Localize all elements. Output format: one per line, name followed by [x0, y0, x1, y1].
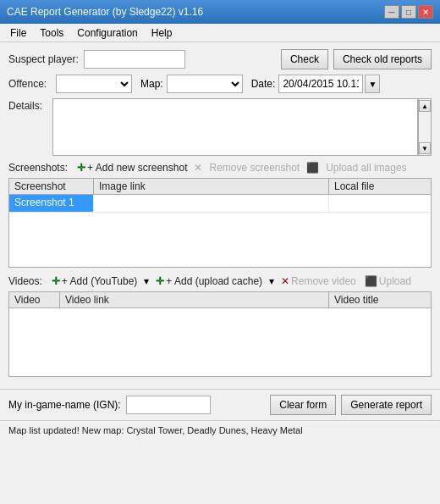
- table-row[interactable]: Screenshot 1: [9, 195, 431, 213]
- col-screenshot: Screenshot: [9, 179, 94, 194]
- details-row: Details: ▲ ▼: [8, 98, 432, 156]
- scrollbar-down[interactable]: ▼: [419, 142, 431, 154]
- details-textarea[interactable]: [52, 98, 418, 156]
- screenshots-label: Screenshots:: [8, 162, 68, 174]
- menu-file[interactable]: File: [3, 25, 33, 41]
- window-title: CAE Report Generator (by Sledge22) v1.16: [7, 6, 203, 18]
- clear-form-button[interactable]: Clear form: [270, 395, 336, 415]
- col-video: Video: [9, 292, 60, 307]
- upload-video-button[interactable]: ⬛ Upload: [362, 274, 414, 288]
- screenshots-table: Screenshot Image link Local file Screens…: [8, 178, 432, 268]
- upload-all-images-button[interactable]: Upload all images: [323, 161, 409, 174]
- suspect-row: Suspect player: Check Check old reports: [8, 49, 432, 69]
- offence-label: Offence:: [8, 78, 52, 90]
- col-image-link: Image link: [94, 179, 329, 194]
- sep1: ✕: [194, 162, 202, 174]
- plus-icon-yt: ✛: [52, 275, 60, 287]
- menu-help[interactable]: Help: [145, 25, 179, 41]
- main-content: Suspect player: Check Check old reports …: [0, 42, 440, 389]
- details-scrollbar: ▲ ▼: [418, 98, 432, 156]
- videos-table-header: Video Video link Video title: [9, 292, 431, 308]
- ign-input[interactable]: [126, 396, 211, 414]
- plus-icon-cache: ✛: [156, 275, 164, 287]
- date-input[interactable]: [278, 75, 363, 93]
- title-bar: CAE Report Generator (by Sledge22) v1.16…: [0, 0, 440, 24]
- details-label: Details:: [8, 98, 52, 112]
- title-bar-buttons: ─ □ ✕: [384, 5, 433, 19]
- upload-icon: ⬛: [365, 275, 377, 287]
- x-icon: ✕: [281, 275, 289, 287]
- screenshots-table-header: Screenshot Image link Local file: [9, 179, 431, 195]
- screenshot-local-file-cell: [329, 195, 431, 212]
- plus-icon: ✛: [77, 162, 85, 174]
- screenshots-table-body: Screenshot 1: [9, 195, 431, 267]
- close-button[interactable]: ✕: [418, 5, 433, 19]
- generate-report-button[interactable]: Generate report: [341, 395, 432, 415]
- scrollbar-up[interactable]: ▲: [419, 100, 431, 112]
- remove-screenshot-button[interactable]: Remove screenshot: [206, 161, 302, 174]
- menu-configuration[interactable]: Configuration: [70, 25, 144, 41]
- offence-row: Offence: Map: Date: ▼: [8, 75, 432, 93]
- offence-dropdown[interactable]: [56, 75, 132, 93]
- date-picker-button[interactable]: ▼: [365, 75, 380, 93]
- status-bar: Map list updated! New map: Crystal Tower…: [0, 420, 440, 439]
- col-local-file: Local file: [329, 179, 431, 194]
- videos-table: Video Video link Video title: [8, 291, 432, 377]
- date-label: Date:: [251, 78, 276, 90]
- maximize-button[interactable]: □: [401, 5, 416, 19]
- check-old-reports-button[interactable]: Check old reports: [333, 49, 432, 69]
- add-screenshot-button[interactable]: ✛ + Add new screenshot: [74, 161, 190, 174]
- videos-table-body: [9, 308, 431, 376]
- add-cache-button[interactable]: ✛ + Add (upload cache): [153, 274, 265, 288]
- menu-tools[interactable]: Tools: [33, 25, 70, 41]
- map-label: Map:: [140, 78, 163, 90]
- add-youtube-button[interactable]: ✛ + Add (YouTube): [49, 274, 140, 288]
- date-group: ▼: [278, 75, 380, 93]
- remove-video-button[interactable]: ✕ Remove video: [278, 274, 359, 288]
- suspect-label: Suspect player:: [8, 53, 79, 65]
- status-text: Map list updated! New map: Crystal Tower…: [8, 425, 303, 435]
- suspect-input[interactable]: [84, 50, 185, 69]
- ign-label: My in-game-name (IGN):: [8, 399, 121, 411]
- screenshot-image-link-cell: [94, 195, 329, 212]
- check-button[interactable]: Check: [281, 49, 328, 69]
- videos-header: Videos: ✛ + Add (YouTube) ▾ ✛ + Add (upl…: [8, 274, 432, 288]
- col-video-title: Video title: [329, 292, 431, 307]
- sep2: ⬛: [306, 162, 319, 174]
- screenshots-header: Screenshots: ✛ + Add new screenshot ✕ Re…: [8, 161, 432, 174]
- col-video-link: Video link: [60, 292, 329, 307]
- bottom-bar: My in-game-name (IGN): Clear form Genera…: [0, 389, 440, 420]
- screenshot-name-cell: Screenshot 1: [9, 195, 94, 212]
- minimize-button[interactable]: ─: [384, 5, 399, 19]
- map-dropdown[interactable]: [167, 75, 243, 93]
- menu-bar: File Tools Configuration Help: [0, 24, 440, 42]
- videos-label: Videos:: [8, 275, 42, 287]
